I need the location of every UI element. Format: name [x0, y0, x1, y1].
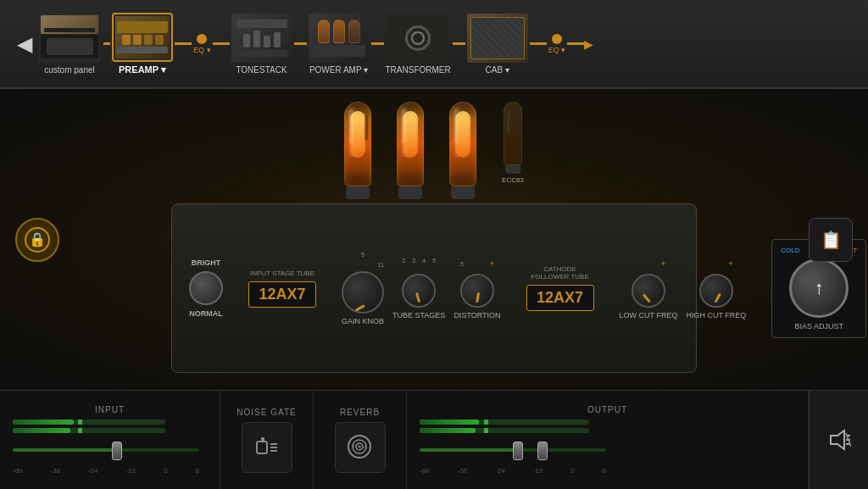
low-cut-freq-knob[interactable]	[632, 274, 665, 308]
reverb-icon	[345, 432, 375, 462]
tube-3-base	[451, 186, 475, 199]
input-level-fill-2	[13, 428, 70, 433]
input-stage-tube-label: INPUT STAGE TUBE	[250, 270, 314, 277]
switch-knob[interactable]	[189, 271, 223, 305]
chain-connector-4	[294, 42, 307, 45]
noise-gate-section: NOISE GATE	[220, 391, 314, 489]
low-cut-freq-group: + LOW CUT FREQ	[620, 257, 678, 320]
tube-stages-label: TUBE STAGES	[392, 311, 445, 320]
gain-knob-marker	[355, 304, 365, 312]
tube-4-label: ECC83	[502, 176, 524, 184]
eq2-dot[interactable]	[552, 34, 562, 44]
output-peak-2	[484, 428, 488, 433]
tube-2-glass	[397, 102, 424, 186]
distortion-label: DISTORTION	[453, 311, 500, 320]
high-cut-freq-knob[interactable]	[699, 274, 733, 308]
input-fader[interactable]	[13, 438, 199, 464]
scale-6: 6	[196, 467, 199, 475]
output-controls: -60 -36 -24 -12 0 6	[420, 420, 795, 475]
chain-label-cab: CAB ▾	[486, 65, 509, 75]
chain-item-power-amp[interactable]: POWER AMP ▾	[309, 14, 370, 75]
chain-connector-6	[453, 42, 465, 45]
mute-icon	[827, 428, 851, 452]
output-level-fill-2	[420, 428, 476, 433]
chain-label-custom-panel: custom panel	[44, 65, 94, 75]
distortion-knob[interactable]	[460, 274, 494, 308]
chain-item-cab[interactable]: CAB ▾	[467, 14, 528, 75]
svg-rect-1	[261, 437, 264, 442]
tube-2-base	[398, 186, 422, 199]
chain-item-transformer[interactable]: TRANSFORMER	[386, 14, 451, 75]
output-fader[interactable]	[420, 438, 606, 464]
chain-item-preamp[interactable]: PREAMP ▾	[112, 13, 173, 75]
tube-4: ECC83	[502, 102, 524, 209]
bias-knob[interactable]: ↑	[789, 258, 849, 318]
out-scale-6: 6	[603, 467, 606, 475]
input-title: INPUT	[13, 405, 207, 414]
left-panel-button[interactable]: 🔒	[15, 218, 59, 262]
output-meter-track-2	[420, 428, 589, 433]
chain-item-tonestack[interactable]: TONESTACK	[231, 14, 292, 75]
normal-label: NORMAL	[189, 309, 223, 318]
chain-end-arrow: ▶	[584, 37, 593, 51]
reverb-title: REVERB	[340, 408, 380, 417]
output-fader-thumb-2[interactable]	[537, 442, 548, 460]
chain-item-eq1[interactable]: EQ ▾	[193, 34, 211, 54]
scale-60: -60	[13, 467, 23, 475]
high-cut-freq-label: HIGH CUT FREQ	[686, 311, 746, 320]
chain-item-custom-panel[interactable]: custom panel	[39, 14, 100, 75]
bright-normal-switch[interactable]: BRIGHT NORMAL	[189, 258, 223, 318]
input-stage-tube-selector[interactable]: INPUT STAGE TUBE 12AX7	[248, 270, 316, 308]
input-level-fill-1	[13, 420, 74, 425]
out-scale-60: -60	[420, 467, 430, 475]
input-fader-thumb[interactable]	[112, 442, 122, 460]
tube-stages-knob[interactable]	[402, 274, 436, 308]
tube-1-base	[346, 186, 370, 199]
eq2-label: EQ ▾	[548, 46, 566, 54]
mute-button[interactable]	[809, 391, 868, 489]
tube-2: 12AX7	[397, 102, 424, 209]
output-fader-thumb[interactable]	[513, 442, 523, 460]
eq1-dot[interactable]	[197, 34, 207, 44]
tube-3: 12AX7	[449, 102, 476, 209]
eq1-label: EQ ▾	[193, 46, 211, 54]
gain-knob[interactable]	[342, 271, 384, 314]
noise-gate-button[interactable]	[242, 422, 292, 473]
chain-label-transformer: TRANSFORMER	[386, 65, 451, 75]
cathode-follower-tube-selector[interactable]: CATHODE FOLLOWER TUBE 12AX7	[526, 265, 594, 311]
cathode-follower-tube-label: CATHODE FOLLOWER TUBE	[526, 265, 594, 281]
gain-knob-group: 5 11 GAIN KNOB	[342, 252, 384, 325]
output-level-fill-1	[420, 420, 479, 425]
reverb-section: REVERB	[314, 391, 407, 489]
input-meter-1	[13, 420, 207, 425]
chain-row: ◀ custom panel	[8, 8, 860, 80]
output-meter-track-1	[420, 420, 589, 425]
right-btn-icon: 📋	[821, 230, 842, 250]
cathode-follower-tube-value[interactable]: 12AX7	[526, 285, 594, 311]
input-meter-track-1	[13, 420, 165, 425]
chain-connector-3	[213, 42, 230, 45]
chain-nav-left[interactable]: ◀	[17, 32, 32, 56]
scale-24: -24	[88, 467, 98, 475]
right-panel-button[interactable]: 📋	[809, 218, 853, 262]
input-peak-1	[78, 420, 82, 425]
chain-item-eq2[interactable]: EQ ▾	[548, 34, 566, 54]
out-scale-36: -36	[458, 467, 468, 475]
output-meter-1	[420, 420, 795, 425]
bright-label: BRIGHT	[192, 258, 221, 267]
svg-rect-0	[257, 442, 267, 453]
output-scale: -60 -36 -24 -12 0 6	[420, 467, 606, 475]
signal-chain-bar: ◀ custom panel	[0, 0, 868, 89]
output-meter-2	[420, 428, 795, 433]
reverb-button[interactable]	[335, 422, 386, 473]
chain-label-tonestack: TONESTACK	[236, 65, 287, 75]
input-fader-fill	[13, 448, 115, 452]
chain-connector-2	[175, 42, 192, 45]
tube-stages-group: 2 3 4 5 TUBE STAGES	[392, 258, 445, 320]
chain-label-preamp: PREAMP ▾	[119, 64, 166, 75]
input-stage-tube-value[interactable]: 12AX7	[248, 281, 316, 308]
bias-cold-label: COLD	[781, 247, 799, 254]
output-title: OUTPUT	[420, 405, 795, 414]
chain-connector-5	[371, 42, 384, 45]
distortion-group: 5 + DISTORTION	[453, 257, 500, 320]
